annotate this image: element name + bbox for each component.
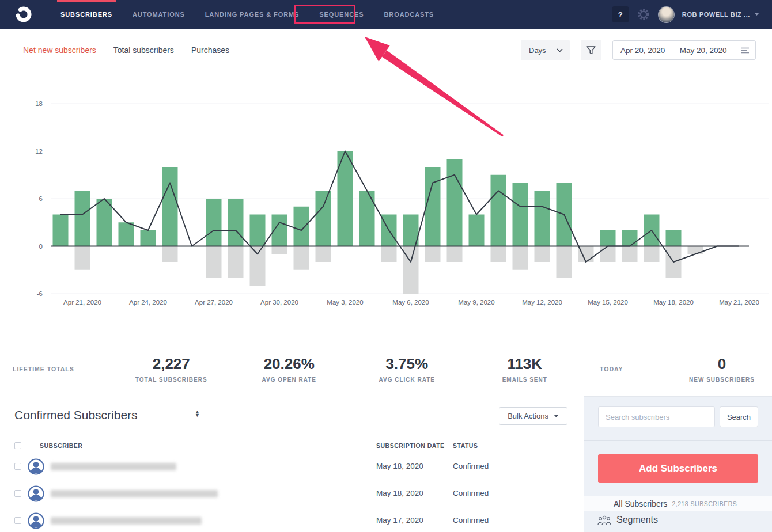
primary-nav: SUBSCRIBERS AUTOMATIONS LANDING PAGES & …	[60, 0, 454, 29]
svg-text:0: 0	[39, 243, 43, 250]
search-subscribers-input[interactable]	[598, 406, 715, 427]
sort-toggle[interactable]: ▲▼	[195, 411, 200, 417]
add-subscribers-button[interactable]: Add Subscribers	[598, 454, 758, 483]
tab-label: Net new subscribers	[23, 45, 96, 55]
table-row[interactable]: May 17, 2020 Confirmed	[0, 507, 584, 532]
redacted-subscriber-name	[51, 517, 202, 525]
list-lines-icon	[741, 47, 750, 54]
user-avatar[interactable]	[659, 7, 674, 22]
svg-text:Apr 30, 2020: Apr 30, 2020	[260, 299, 298, 306]
svg-text:Apr 24, 2020: Apr 24, 2020	[129, 299, 167, 306]
active-nav-indicator	[57, 0, 116, 2]
svg-text:May 15, 2020: May 15, 2020	[588, 299, 628, 306]
lifetime-totals-label: LIFETIME TOTALS	[0, 366, 112, 373]
chevron-down-icon	[554, 415, 559, 418]
svg-text:May 18, 2020: May 18, 2020	[653, 299, 694, 306]
row-checkbox[interactable]	[14, 490, 21, 497]
user-name: ROB POWELL BIZ ...	[682, 11, 750, 18]
svg-text:May 12, 2020: May 12, 2020	[522, 299, 562, 306]
date-range-options-button[interactable]	[735, 40, 755, 60]
table-row[interactable]: May 18, 2020 Confirmed	[0, 453, 584, 480]
subscription-date: May 17, 2020	[376, 516, 423, 525]
nav-item-label: AUTOMATIONS	[133, 11, 185, 18]
tab-net-new-subscribers[interactable]: Net new subscribers	[23, 29, 96, 71]
tab-label: Purchases	[191, 45, 229, 55]
list-name: All Subscribers	[614, 499, 667, 508]
redacted-subscriber-name	[51, 463, 176, 470]
stat-avg-click-rate: 3.75% AVG CLICK RATE	[348, 355, 466, 383]
subscriber-avatar-icon	[28, 512, 44, 529]
lifetime-stats: LIFETIME TOTALS 2,227 TOTAL SUBSCRIBERS …	[0, 341, 584, 397]
segments-item[interactable]: Segments	[597, 515, 658, 525]
stat-value: 0	[689, 355, 755, 373]
column-status: STATUS	[453, 442, 478, 449]
net-new-subscribers-chart: 181260-6Apr 21, 2020Apr 24, 2020Apr 27, …	[0, 71, 772, 341]
svg-text:6: 6	[39, 195, 43, 202]
nav-item-label: SUBSCRIBERS	[60, 11, 112, 18]
help-button[interactable]: ?	[612, 6, 629, 22]
subscriber-status: Confirmed	[453, 516, 489, 525]
nav-item-automations[interactable]: AUTOMATIONS	[133, 0, 185, 29]
nav-right-controls: ? ROB POWELL BIZ ...	[612, 0, 759, 29]
divider	[584, 440, 772, 441]
subscribers-sidebar: Search Add Subscribers All Subscribers 2…	[584, 397, 772, 532]
svg-text:Apr 27, 2020: Apr 27, 2020	[195, 299, 233, 306]
row-checkbox[interactable]	[14, 463, 21, 470]
date-range-picker[interactable]: Apr 20, 2020 – May 20, 2020	[612, 40, 756, 60]
nav-item-subscribers[interactable]: SUBSCRIBERS	[60, 0, 112, 29]
stat-emails-sent: 113K EMAILS SENT	[466, 355, 584, 383]
svg-text:May 9, 2020: May 9, 2020	[458, 299, 494, 306]
bulk-actions-button[interactable]: Bulk Actions	[499, 407, 567, 425]
select-all-checkbox[interactable]	[14, 442, 21, 449]
section-head: Confirmed Subscribers ▲▼ Bulk Actions	[0, 397, 584, 438]
stat-new-subscribers-today: 0 NEW SUBSCRIBERS	[689, 355, 755, 383]
filter-funnel-icon	[586, 46, 596, 55]
tab-label: Total subscribers	[113, 45, 174, 55]
today-stats: TODAY 0 NEW SUBSCRIBERS	[584, 341, 772, 397]
stat-label: NEW SUBSCRIBERS	[689, 377, 755, 383]
svg-text:-6: -6	[37, 290, 43, 297]
list-item-all-subscribers[interactable]: All Subscribers 2,218 SUBSCRIBERS	[584, 496, 772, 511]
people-group-icon	[597, 515, 611, 525]
stat-label: AVG OPEN RATE	[230, 377, 349, 383]
stat-total-subscribers: 2,227 TOTAL SUBSCRIBERS	[112, 355, 230, 383]
stat-label: EMAILS SENT	[466, 377, 584, 383]
segments-label: Segments	[616, 515, 658, 525]
settings-gear-icon[interactable]	[637, 7, 650, 21]
convertkit-logo-icon	[15, 6, 32, 23]
stats-band: LIFETIME TOTALS 2,227 TOTAL SUBSCRIBERS …	[0, 341, 772, 397]
column-subscriber: SUBSCRIBER	[40, 442, 82, 449]
svg-text:May 21, 2020: May 21, 2020	[719, 299, 759, 306]
stat-avg-open-rate: 20.26% AVG OPEN RATE	[230, 355, 349, 383]
tab-purchases[interactable]: Purchases	[191, 29, 229, 71]
nav-item-broadcasts[interactable]: BROADCASTS	[384, 0, 434, 29]
subscriber-avatar-icon	[28, 458, 44, 475]
confirmed-subscribers-section: Confirmed Subscribers ▲▼ Bulk Actions SU…	[0, 397, 584, 532]
report-subheader: Net new subscribers Total subscribers Pu…	[0, 29, 772, 71]
search-button[interactable]: Search	[720, 406, 758, 427]
stat-value: 2,227	[112, 355, 230, 373]
stat-value: 3.75%	[348, 355, 466, 373]
interval-dropdown[interactable]: Days	[521, 40, 570, 60]
svg-text:May 3, 2020: May 3, 2020	[327, 299, 363, 306]
tab-total-subscribers[interactable]: Total subscribers	[113, 29, 174, 71]
report-tabs: Net new subscribers Total subscribers Pu…	[23, 29, 229, 71]
user-menu[interactable]: ROB POWELL BIZ ...	[682, 11, 759, 18]
table-row[interactable]: May 18, 2020 Confirmed	[0, 480, 584, 507]
stat-value: 113K	[466, 355, 584, 373]
subscription-date: May 18, 2020	[376, 489, 423, 497]
bulk-actions-label: Bulk Actions	[508, 412, 548, 420]
section-title: Confirmed Subscribers	[14, 408, 138, 422]
interval-label: Days	[529, 46, 546, 55]
stat-label: AVG CLICK RATE	[348, 377, 466, 383]
nav-item-label: LANDING PAGES & FORMS	[205, 11, 300, 18]
nav-item-landing-pages-forms[interactable]: LANDING PAGES & FORMS	[205, 0, 300, 29]
stat-label: TOTAL SUBSCRIBERS	[112, 377, 230, 383]
chevron-down-icon	[557, 48, 563, 52]
row-checkbox[interactable]	[14, 517, 21, 524]
date-separator: –	[670, 46, 675, 55]
convertkit-logo[interactable]	[15, 6, 32, 23]
filter-button[interactable]	[581, 40, 601, 60]
chevron-down-icon	[754, 13, 759, 16]
subscription-date: May 18, 2020	[376, 462, 423, 470]
